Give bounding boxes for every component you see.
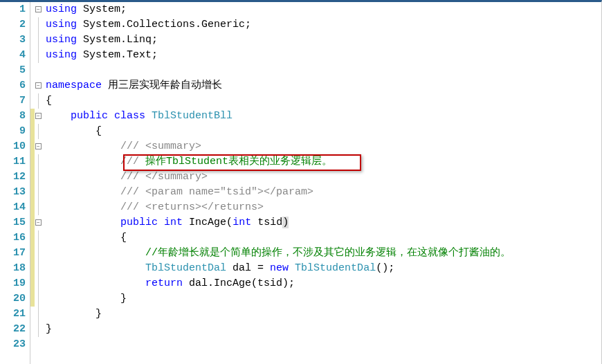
line-number: 7 [0,93,26,109]
code-line [46,337,601,352]
code-line: /// </summary> [46,170,601,185]
fold-cell [35,185,44,200]
line-number: 8 [0,109,26,124]
line-number: 6 [0,78,26,93]
fold-cell[interactable]: − [35,2,44,17]
fold-cell [35,337,44,352]
fold-cell [35,246,44,261]
line-number: 23 [0,337,26,352]
fold-cell [35,63,44,78]
code-line [46,63,601,78]
fold-toggle-icon[interactable]: − [35,113,42,119]
code-line: } [46,307,601,322]
code-line: namespace 用三层实现年龄自动增长 [46,78,601,93]
line-number: 22 [0,322,26,337]
code-area[interactable]: using System; using System.Collections.G… [44,2,601,364]
line-number: 14 [0,200,26,215]
fold-cell [35,170,44,185]
code-line: using System; [46,2,601,17]
code-editor[interactable]: 1234567891011121314151617181920212223 −−… [0,2,601,364]
line-number: 12 [0,170,26,185]
fold-cell [35,307,44,322]
fold-cell [35,276,44,291]
code-line: //年龄增长就是个简单的操作，不涉及其它的业务逻辑，在这就像个打酱油的。 [46,246,601,261]
code-line: { [46,93,601,109]
code-line: /// <param name="tsid"></param> [46,185,601,200]
fold-cell [35,48,44,63]
code-line: return dal.IncAge(tsid); [46,276,601,291]
fold-cell [35,17,44,33]
code-line: /// <returns></returns> [46,200,601,215]
fold-cell [35,124,44,139]
line-number: 1 [0,2,26,17]
fold-cell[interactable]: − [35,78,44,93]
line-number: 17 [0,246,26,261]
fold-cell [35,33,44,48]
fold-toggle-icon[interactable]: − [35,143,42,149]
line-number: 5 [0,63,26,78]
fold-cell [35,93,44,109]
line-number: 16 [0,230,26,246]
code-line: } [46,322,601,337]
code-line: using System.Collections.Generic; [46,17,601,33]
fold-cell [35,230,44,246]
code-line: public int IncAge(int tsid) [46,215,601,230]
fold-cell[interactable]: − [35,139,44,154]
line-number: 2 [0,17,26,33]
line-number: 10 [0,139,26,154]
code-line: using System.Text; [46,48,601,63]
code-line: TblStudentDal dal = new TblStudentDal(); [46,261,601,276]
line-number: 4 [0,48,26,63]
fold-margin[interactable]: −−−−− [35,2,44,364]
line-number: 20 [0,291,26,307]
code-line: { [46,124,601,139]
line-number: 11 [0,154,26,170]
code-line: public class TblStudentBll [46,109,601,124]
line-number: 15 [0,215,26,230]
line-number: 9 [0,124,26,139]
fold-cell [35,154,44,170]
fold-toggle-icon[interactable]: − [35,219,42,226]
fold-cell[interactable]: − [35,109,44,124]
fold-cell [35,200,44,215]
fold-cell [35,261,44,276]
fold-cell [35,322,44,337]
fold-toggle-icon[interactable]: − [35,82,42,89]
line-number: 18 [0,261,26,276]
line-number: 21 [0,307,26,322]
code-line: /// 操作TblStudent表相关的业务逻辑层。 [46,154,601,170]
line-number: 3 [0,33,26,48]
code-line: { [46,230,601,246]
line-number-gutter: 1234567891011121314151617181920212223 [0,2,30,364]
fold-cell [35,291,44,307]
line-number: 13 [0,185,26,200]
fold-cell[interactable]: − [35,215,44,230]
fold-toggle-icon[interactable]: − [35,6,42,12]
code-line: } [46,291,601,307]
line-number: 19 [0,276,26,291]
code-line: using System.Linq; [46,33,601,48]
code-line: /// <summary> [46,139,601,154]
